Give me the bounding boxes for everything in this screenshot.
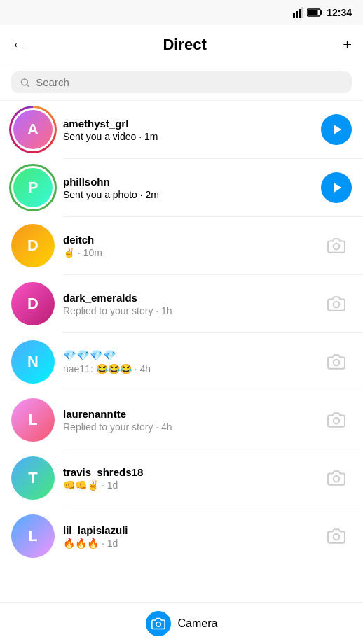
message-action[interactable] <box>321 405 352 435</box>
svg-point-14 <box>334 476 340 482</box>
message-action[interactable] <box>321 114 352 145</box>
message-content: phillsohnSent you a photo · 2m <box>63 176 313 200</box>
svg-point-10 <box>334 244 340 250</box>
message-item[interactable]: Ddark_emeraldsReplied to your story · 1h <box>0 275 363 332</box>
message-username: travis_shreds18 <box>63 466 313 478</box>
search-bar <box>0 64 363 101</box>
svg-point-11 <box>334 302 340 308</box>
new-message-button[interactable]: + <box>343 36 352 54</box>
search-input[interactable] <box>36 76 343 88</box>
search-icon <box>20 77 30 88</box>
status-icons <box>292 7 322 18</box>
avatar: D <box>11 224 55 267</box>
message-content: amethyst_grlSent you a video · 1m <box>63 118 313 142</box>
message-username: phillsohn <box>63 176 313 188</box>
message-item[interactable]: Llil_lapislazuli🔥🔥🔥 · 1d <box>0 507 363 565</box>
page-title: Direct <box>163 36 206 54</box>
camera-dm-button[interactable] <box>321 230 352 261</box>
message-username: amethyst_grl <box>63 118 313 130</box>
camera-dm-button[interactable] <box>321 346 352 377</box>
avatar: T <box>11 456 55 500</box>
message-preview: Replied to your story · 4h <box>63 421 313 433</box>
battery-icon <box>307 8 322 17</box>
header: ← Direct + <box>0 25 363 64</box>
message-preview: Sent you a video · 1m <box>63 131 313 142</box>
camera-dm-button[interactable] <box>321 405 352 435</box>
message-preview: Replied to your story · 1h <box>63 305 313 316</box>
message-action[interactable] <box>321 230 352 261</box>
message-username: lil_lapislazuli <box>63 524 313 536</box>
search-input-wrap[interactable] <box>11 71 352 93</box>
message-item[interactable]: Ttravis_shreds18👊👊✌️ · 1d <box>0 449 363 507</box>
signal-icon <box>292 7 303 18</box>
message-content: laurenanntteReplied to your story · 4h <box>63 408 313 433</box>
avatar: A <box>11 108 55 151</box>
svg-rect-0 <box>293 13 295 18</box>
message-action[interactable] <box>321 463 352 493</box>
message-action[interactable] <box>321 346 352 377</box>
message-item[interactable]: Aamethyst_grlSent you a video · 1m <box>0 101 363 158</box>
message-username: dark_emeralds <box>63 292 313 304</box>
svg-marker-9 <box>334 183 341 192</box>
message-content: 💎💎💎💎nae11: 😂😂😂 · 4h <box>63 349 313 374</box>
avatar: D <box>11 282 55 326</box>
camera-label: Camera <box>178 617 218 630</box>
message-content: deitch✌️ · 10m <box>63 234 313 258</box>
message-item[interactable]: N💎💎💎💎nae11: 😂😂😂 · 4h <box>0 333 363 391</box>
status-bar-time: 12:34 <box>327 7 352 18</box>
svg-marker-8 <box>334 125 341 134</box>
message-username: deitch <box>63 234 313 246</box>
message-item[interactable]: LlaurenanntteReplied to your story · 4h <box>0 391 363 449</box>
camera-dm-button[interactable] <box>321 288 352 319</box>
camera-dm-button[interactable] <box>321 521 352 552</box>
svg-point-13 <box>334 418 340 424</box>
camera-circle-icon <box>146 611 171 636</box>
message-username: 💎💎💎💎 <box>63 349 313 362</box>
message-list: Aamethyst_grlSent you a video · 1m Pphil… <box>0 101 363 565</box>
svg-line-7 <box>27 84 29 86</box>
svg-point-15 <box>334 534 340 540</box>
camera-icon <box>151 617 165 631</box>
avatar: N <box>11 340 55 384</box>
message-preview: 👊👊✌️ · 1d <box>63 479 313 491</box>
message-action[interactable] <box>321 172 352 203</box>
svg-rect-1 <box>296 11 298 18</box>
avatar: P <box>11 166 55 209</box>
message-preview: 🔥🔥🔥 · 1d <box>63 538 313 549</box>
svg-rect-2 <box>299 9 301 18</box>
message-action[interactable] <box>321 288 352 319</box>
avatar: L <box>11 514 55 558</box>
message-preview: nae11: 😂😂😂 · 4h <box>63 363 313 374</box>
back-button[interactable]: ← <box>11 36 27 54</box>
camera-dm-button[interactable] <box>321 463 352 493</box>
message-content: travis_shreds18👊👊✌️ · 1d <box>63 466 313 491</box>
message-preview: ✌️ · 10m <box>63 247 313 258</box>
message-username: laurenanntte <box>63 408 313 420</box>
message-item[interactable]: PphillsohnSent you a photo · 2m <box>0 159 363 216</box>
svg-point-6 <box>22 78 28 85</box>
svg-rect-5 <box>308 10 318 15</box>
bottom-camera-bar[interactable]: Camera <box>0 602 363 644</box>
play-button[interactable] <box>321 114 352 145</box>
message-content: dark_emeraldsReplied to your story · 1h <box>63 292 313 316</box>
play-button[interactable] <box>321 172 352 203</box>
status-bar: 12:34 <box>0 0 363 25</box>
message-action[interactable] <box>321 521 352 552</box>
svg-point-16 <box>156 622 160 626</box>
message-preview: Sent you a photo · 2m <box>63 189 313 200</box>
svg-point-12 <box>334 360 340 366</box>
avatar: L <box>11 398 55 442</box>
svg-rect-3 <box>301 7 303 18</box>
message-content: lil_lapislazuli🔥🔥🔥 · 1d <box>63 524 313 549</box>
message-item[interactable]: Ddeitch✌️ · 10m <box>0 217 363 274</box>
